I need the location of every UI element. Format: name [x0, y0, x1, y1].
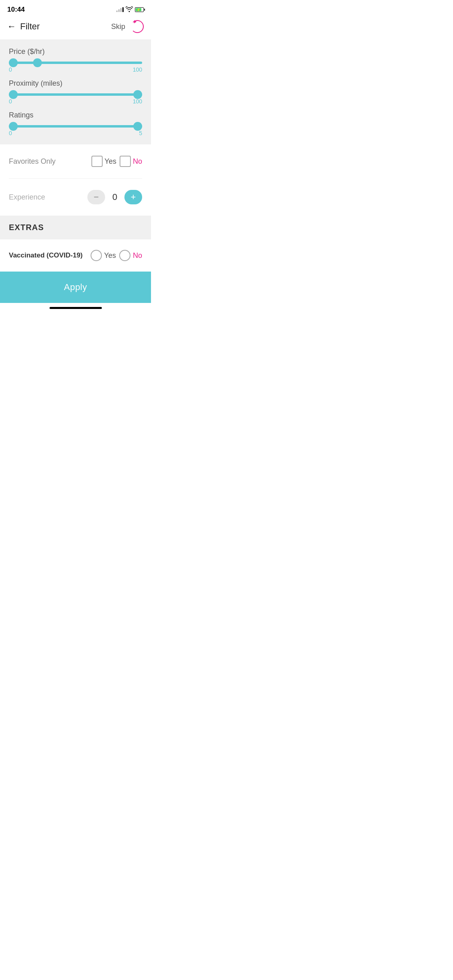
proximity-thumb-left[interactable] [9, 90, 18, 99]
price-slider-group: Price ($/hr) 0 100 [9, 47, 142, 73]
status-bar: 10:44 ⚡ [0, 0, 151, 17]
experience-row: Experience − 0 + [9, 179, 142, 216]
signal-icon [116, 7, 124, 12]
favorites-row: Favorites Only Yes No [9, 144, 142, 179]
favorites-no-checkbox[interactable] [120, 156, 131, 167]
skip-button[interactable]: Skip [111, 23, 125, 31]
favorites-label: Favorites Only [9, 157, 56, 166]
ratings-values: 0 5 [9, 130, 142, 136]
experience-value: 0 [110, 192, 120, 202]
proximity-slider-group: Proximity (miles) 0 100 [9, 79, 142, 105]
ratings-thumb-right[interactable] [133, 122, 142, 131]
favorites-yes-checkbox[interactable] [91, 156, 103, 167]
ratings-label: Ratings [9, 111, 142, 119]
favorites-yes-option[interactable]: Yes [91, 156, 116, 167]
content-area: Favorites Only Yes No Experience − 0 + [0, 144, 151, 216]
home-indicator [0, 303, 151, 312]
ratings-min-value: 0 [9, 130, 12, 136]
ratings-slider-group: Ratings 0 5 [9, 111, 142, 136]
favorites-checkbox-group: Yes No [91, 156, 142, 167]
home-bar [50, 307, 102, 309]
wifi-icon [126, 6, 133, 13]
header-left: ← Filter [7, 21, 40, 32]
vaccinated-yes-label: Yes [104, 251, 116, 260]
extras-title: EXTRAS [9, 223, 44, 232]
vaccinated-no-option[interactable]: No [119, 250, 142, 261]
reset-button[interactable] [131, 20, 144, 33]
vaccinated-yes-radio[interactable] [91, 250, 102, 261]
experience-decrement-button[interactable]: − [87, 190, 105, 204]
price-slider-track[interactable] [9, 62, 142, 64]
experience-increment-button[interactable]: + [124, 190, 142, 204]
proximity-slider-track[interactable] [9, 93, 142, 96]
favorites-yes-label: Yes [105, 157, 116, 166]
apply-btn-wrapper: Apply [0, 272, 151, 303]
header-right: Skip [111, 20, 144, 33]
ratings-slider-track[interactable] [9, 125, 142, 128]
extras-header: EXTRAS [0, 216, 151, 239]
vaccinated-row: Vaccinated (COVID-19) Yes No [9, 239, 142, 272]
proximity-label: Proximity (miles) [9, 79, 142, 88]
experience-stepper: − 0 + [87, 190, 142, 204]
sliders-section: Price ($/hr) 0 100 Proximity (miles) 0 1… [0, 39, 151, 144]
battery-icon: ⚡ [135, 7, 144, 12]
proximity-max-value: 100 [133, 98, 142, 105]
experience-label: Experience [9, 193, 45, 202]
status-time: 10:44 [7, 6, 25, 14]
back-button[interactable]: ← [7, 21, 16, 32]
price-label: Price ($/hr) [9, 47, 142, 56]
favorites-no-option[interactable]: No [120, 156, 142, 167]
favorites-no-label: No [133, 157, 142, 166]
price-thumb-left[interactable] [9, 58, 18, 67]
price-max-value: 100 [133, 66, 142, 73]
price-thumb-right[interactable] [33, 58, 42, 67]
vaccinated-radio-group: Yes No [91, 250, 142, 261]
vaccinated-no-radio[interactable] [119, 250, 130, 261]
ratings-thumb-left[interactable] [9, 122, 18, 131]
vaccinated-label: Vaccinated (COVID-19) [9, 251, 83, 259]
page-title: Filter [20, 21, 40, 32]
price-values: 0 100 [9, 66, 142, 73]
proximity-thumb-right[interactable] [133, 90, 142, 99]
apply-button[interactable]: Apply [0, 272, 151, 303]
status-icons: ⚡ [116, 6, 144, 13]
vaccinated-no-label: No [133, 251, 142, 260]
ratings-max-value: 5 [139, 130, 142, 136]
proximity-min-value: 0 [9, 98, 12, 105]
proximity-values: 0 100 [9, 98, 142, 105]
header: ← Filter Skip [0, 17, 151, 39]
extras-content: Vaccinated (COVID-19) Yes No [0, 239, 151, 272]
vaccinated-yes-option[interactable]: Yes [91, 250, 116, 261]
price-min-value: 0 [9, 66, 12, 73]
